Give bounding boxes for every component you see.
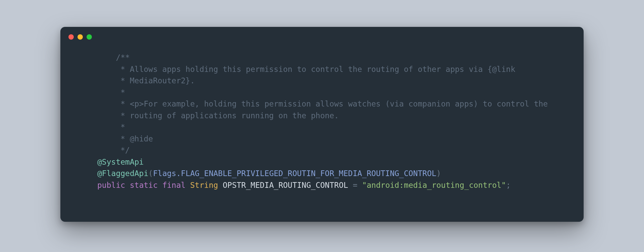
- zoom-icon[interactable]: [87, 34, 92, 40]
- minimize-icon[interactable]: [77, 34, 83, 40]
- paren-close: ): [436, 169, 441, 178]
- close-icon[interactable]: [68, 34, 74, 40]
- flags-class: Flags: [153, 169, 176, 178]
- annotation-systemapi: @SystemApi: [97, 158, 144, 166]
- comment-line: /** * Allows apps holding this permissio…: [97, 53, 548, 155]
- field-name: OPSTR_MEDIA_ROUTING_CONTROL: [223, 181, 348, 190]
- keyword-final: final: [162, 181, 185, 190]
- string-literal: "android:media_routing_control": [362, 181, 506, 190]
- keyword-public: public: [97, 181, 125, 190]
- annotation-flaggedapi: @FlaggedApi: [97, 169, 148, 178]
- flag-constant: FLAG_ENABLE_PRIVILEGED_ROUTIN_FOR_MEDIA_…: [181, 169, 436, 178]
- code-block: /** * Allows apps holding this permissio…: [60, 40, 584, 191]
- type-string: String: [190, 181, 218, 190]
- window-controls: [60, 27, 584, 40]
- keyword-static: static: [130, 181, 158, 190]
- paren-open: (: [148, 169, 153, 178]
- code-window: /** * Allows apps holding this permissio…: [60, 27, 584, 222]
